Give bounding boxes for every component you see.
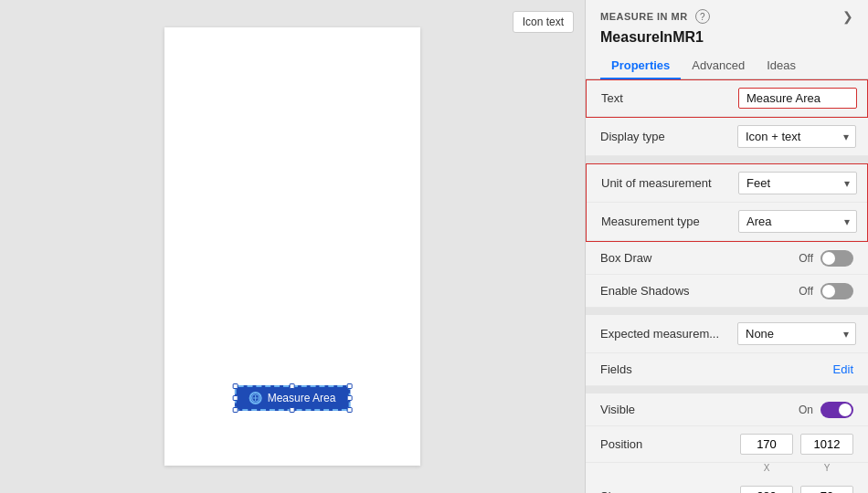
box-draw-label: Box Draw [600, 251, 737, 265]
handle-tl [233, 383, 238, 389]
panel-header: MEASURE IN MR ? ❯ [586, 0, 868, 27]
measurement-type-select-wrapper: Area Length Volume [738, 210, 857, 233]
tab-ideas[interactable]: Ideas [756, 53, 807, 79]
expected-measurement-select-wrapper: None [737, 322, 856, 345]
size-value-wrap [737, 486, 853, 493]
handle-ml [233, 395, 238, 401]
tab-advanced[interactable]: Advanced [681, 53, 756, 79]
shadows-value-wrap: Off [737, 283, 853, 299]
section-divider-1 [586, 156, 868, 163]
box-draw-row: Box Draw Off [586, 242, 868, 275]
section-divider-3 [586, 386, 868, 393]
position-y-wrap [800, 434, 853, 455]
shadows-toggle[interactable] [820, 283, 853, 299]
visible-row: Visible On [586, 393, 868, 426]
visible-value-wrap: On [737, 402, 853, 418]
props-content: Text Display type Icon + text Icon only … [586, 79, 868, 493]
section-divider-2 [586, 308, 868, 315]
shadows-status: Off [799, 285, 813, 298]
measurement-type-select[interactable]: Area Length Volume [738, 210, 857, 233]
component-name: MeasureInMR1 [586, 27, 868, 53]
measurement-type-row: Measurement type Area Length Volume [587, 203, 867, 241]
shadows-label: Enable Shadows [600, 284, 737, 298]
position-y-sub: Y [800, 463, 853, 473]
size-height-wrap [800, 486, 853, 493]
fields-row: Fields Edit [586, 353, 868, 386]
tabs-bar: Properties Advanced Ideas [586, 53, 868, 79]
visible-label: Visible [600, 403, 737, 416]
handle-tr [346, 383, 352, 389]
box-draw-knob [822, 252, 835, 265]
help-icon[interactable]: ? [695, 9, 710, 24]
white-canvas: Measure Area [164, 27, 420, 466]
visible-toggle-wrap: On [799, 402, 853, 418]
unit-value-wrap: Feet Meters Inches [738, 172, 857, 194]
shadows-row: Enable Shadows Off [586, 275, 868, 308]
position-inputs [737, 434, 853, 455]
position-x-sub: X [740, 463, 793, 473]
expected-measurement-select[interactable]: None [737, 322, 856, 345]
fields-label: Fields [600, 362, 737, 376]
btn-measure-icon [249, 392, 262, 404]
display-type-label: Display type [600, 130, 737, 143]
handle-mr [346, 395, 352, 401]
display-type-select-wrapper: Icon + text Icon only Text only [737, 125, 856, 148]
right-panel: MEASURE IN MR ? ❯ MeasureInMR1 Propertie… [585, 0, 868, 493]
box-draw-toggle[interactable] [820, 250, 853, 267]
handle-bl [233, 407, 238, 413]
display-type-row: Display type Icon + text Icon only Text … [586, 118, 868, 156]
measure-area-button[interactable]: Measure Area [235, 385, 351, 411]
unit-select[interactable]: Feet Meters Inches [738, 172, 857, 194]
canvas-area: Measure Area Icon text [0, 0, 585, 493]
size-height-input[interactable] [800, 486, 853, 493]
box-draw-toggle-wrap: Off [799, 250, 853, 267]
handle-br [346, 407, 352, 413]
display-type-select[interactable]: Icon + text Icon only Text only [737, 125, 856, 148]
expected-measurement-label: Expected measurem... [600, 327, 737, 341]
expand-icon[interactable]: ❯ [842, 9, 853, 24]
text-row-group: Text [586, 79, 868, 118]
text-row: Text [587, 80, 867, 117]
visible-knob [839, 404, 852, 416]
position-sub-labels: X Y [740, 463, 853, 473]
shadows-knob [822, 285, 835, 298]
unit-row: Unit of measurement Feet Meters Inches [587, 164, 867, 203]
unit-select-wrapper: Feet Meters Inches [738, 172, 857, 194]
panel-header-left: MEASURE IN MR ? [600, 9, 710, 24]
position-x-wrap [740, 434, 793, 455]
position-x-input[interactable] [740, 434, 793, 455]
text-value-wrap [738, 88, 857, 109]
visible-status: On [799, 404, 813, 416]
size-row: Size [586, 478, 868, 493]
handle-bm [290, 407, 295, 413]
shadows-toggle-wrap: Off [799, 283, 853, 299]
unit-label: Unit of measurement [601, 176, 738, 190]
size-width-input[interactable] [740, 486, 793, 493]
size-width-wrap [740, 486, 793, 493]
size-inputs [737, 486, 853, 493]
position-value-wrap [737, 434, 853, 455]
tab-properties[interactable]: Properties [600, 53, 681, 79]
position-sub-labels-row: X Y [586, 463, 868, 478]
position-y-input[interactable] [800, 434, 853, 455]
fields-value-wrap: Edit [737, 362, 853, 376]
unit-measurement-group: Unit of measurement Feet Meters Inches M… [586, 163, 868, 242]
display-type-value-wrap: Icon + text Icon only Text only [737, 125, 856, 148]
box-draw-status: Off [799, 252, 813, 265]
text-input[interactable] [738, 88, 857, 109]
measurement-type-label: Measurement type [601, 215, 738, 228]
position-row: Position [586, 426, 868, 463]
fields-edit-link[interactable]: Edit [833, 362, 853, 376]
handle-tm [290, 383, 295, 389]
measure-button-label: Measure Area [268, 392, 336, 404]
visible-toggle[interactable] [820, 402, 853, 418]
measurement-type-value-wrap: Area Length Volume [738, 210, 857, 233]
panel-title-label: MEASURE IN MR [600, 11, 688, 22]
size-label: Size [600, 489, 737, 493]
icon-text-badge: Icon text [513, 11, 574, 33]
box-draw-value-wrap: Off [737, 250, 853, 267]
position-label: Position [600, 437, 737, 451]
expected-measurement-value-wrap: None [737, 322, 856, 345]
expected-measurement-row: Expected measurem... None [586, 315, 868, 353]
text-label: Text [601, 91, 738, 105]
